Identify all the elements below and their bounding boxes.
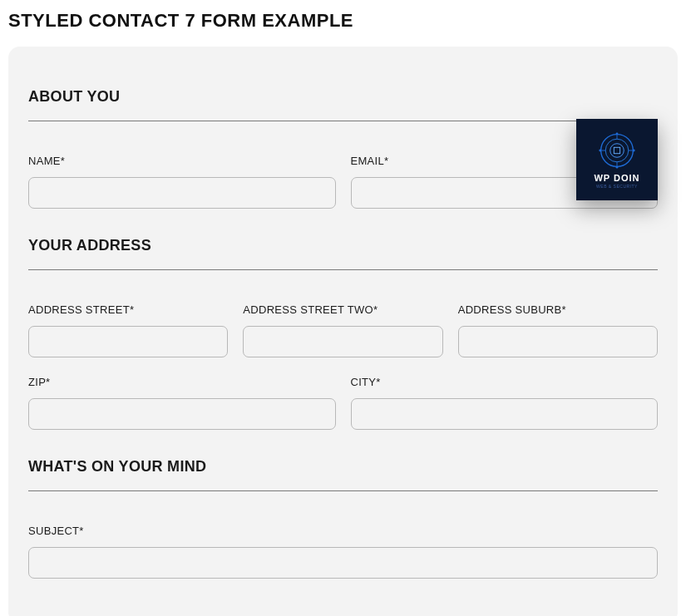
row-zip-city: ZIP* CITY* (28, 376, 658, 430)
label-street-two: ADDRESS STREET TWO* (243, 303, 442, 316)
field-suburb: ADDRESS SUBURB* (458, 303, 658, 357)
divider (28, 490, 658, 491)
svg-point-1 (605, 139, 629, 162)
svg-point-8 (616, 132, 619, 135)
field-city: CITY* (351, 376, 659, 430)
divider (28, 121, 658, 121)
input-street-two[interactable] (243, 326, 442, 357)
field-zip: ZIP* (28, 376, 336, 430)
section-mind: WHAT'S ON YOUR MIND SUBJECT* (28, 458, 658, 579)
input-suburb[interactable] (458, 326, 658, 357)
label-suburb: ADDRESS SUBURB* (458, 303, 658, 316)
field-name: NAME* (28, 155, 336, 209)
field-street: ADDRESS STREET* (28, 303, 228, 357)
input-name[interactable] (28, 177, 336, 209)
field-street-two: ADDRESS STREET TWO* (243, 303, 442, 357)
label-city: CITY* (351, 376, 659, 388)
section-title-about: ABOUT YOU (28, 88, 658, 106)
circuit-globe-icon (598, 131, 636, 170)
label-name: NAME* (28, 155, 336, 167)
section-title-mind: WHAT'S ON YOUR MIND (28, 458, 658, 476)
section-title-address: YOUR ADDRESS (28, 237, 658, 254)
input-zip[interactable] (28, 398, 336, 430)
field-subject: SUBJECT* (28, 525, 658, 579)
label-street: ADDRESS STREET* (28, 303, 228, 316)
divider (28, 269, 658, 270)
svg-point-2 (610, 143, 624, 157)
label-subject: SUBJECT* (28, 525, 658, 537)
section-about-you: ABOUT YOU NAME* EMAIL* (28, 88, 658, 209)
page-title: STYLED CONTACT 7 FORM EXAMPLE (0, 0, 686, 40)
row-name-email: NAME* EMAIL* (28, 155, 658, 209)
svg-point-10 (599, 149, 601, 151)
badge-text: WP DOIN (594, 173, 639, 183)
row-address-three: ADDRESS STREET* ADDRESS STREET TWO* ADDR… (28, 303, 658, 357)
input-city[interactable] (351, 398, 659, 430)
svg-rect-3 (614, 147, 619, 153)
section-your-address: YOUR ADDRESS ADDRESS STREET* ADDRESS STR… (28, 237, 658, 430)
wp-doin-badge: WP DOIN WEB & SECURITY (576, 119, 658, 200)
input-subject[interactable] (28, 547, 658, 579)
input-street[interactable] (28, 326, 228, 357)
svg-point-9 (616, 165, 619, 168)
label-zip: ZIP* (28, 376, 336, 388)
badge-subtext: WEB & SECURITY (596, 184, 638, 189)
row-subject: SUBJECT* (28, 525, 658, 579)
svg-point-11 (633, 149, 635, 151)
